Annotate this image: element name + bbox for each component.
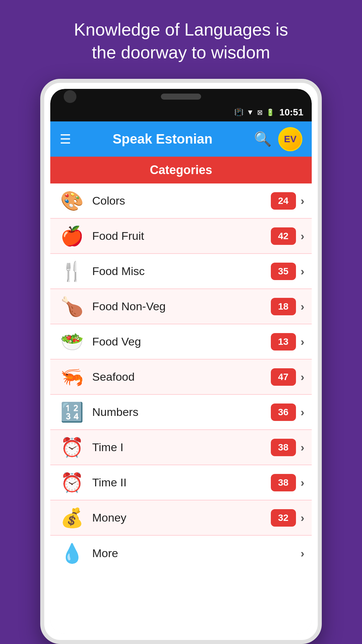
category-name: Money [86,511,271,524]
categories-header: Categories [50,157,312,183]
category-arrow-icon: › [301,406,304,419]
category-name: Time I [86,441,271,454]
category-name: Food Veg [86,335,271,348]
wifi-icon: ▼ [247,108,254,117]
category-arrow-icon: › [301,300,304,313]
badge-label: EV [284,134,296,145]
category-item[interactable]: 💧 More › [50,536,312,571]
category-count: 13 [271,333,296,351]
category-emoji: 🦐 [58,366,86,388]
category-arrow-icon: › [301,335,304,348]
phone-notch [50,89,312,103]
category-emoji: ⏰ [58,472,86,494]
app-title: Speak Estonian [78,131,247,147]
category-name: Food Misc [86,265,271,278]
quote-text: Knowledge of Languages is [74,20,288,39]
ev-badge[interactable]: EV [278,127,302,151]
category-emoji: 🍴 [58,260,86,282]
quote-text-2: the doorway to wisdom [92,43,270,62]
category-arrow-icon: › [301,511,304,524]
category-count: 24 [271,192,296,210]
category-item[interactable]: 🔢 Numbers 36 › [50,395,312,430]
category-item[interactable]: 🦐 Seafood 47 › [50,360,312,395]
category-name: Seafood [86,370,271,383]
category-emoji: 🍗 [58,296,86,318]
category-arrow-icon: › [301,194,304,207]
speaker-grille [161,94,201,100]
category-item[interactable]: ⏰ Time II 38 › [50,465,312,500]
battery-icon: 🔋 [266,108,275,116]
app-toolbar: ☰ Speak Estonian 🔍 EV [50,121,312,157]
category-name: Food Non-Veg [86,300,271,313]
signal-icon: ⊠ [257,108,263,116]
category-emoji: ⏰ [58,436,86,459]
category-arrow-icon: › [301,547,304,560]
category-name: More [86,547,296,560]
category-count: 18 [271,298,296,315]
status-icons: 📳 ▼ ⊠ 🔋 [234,108,275,117]
category-item[interactable]: 🎨 Colors 24 › [50,183,312,219]
category-emoji: 💧 [58,542,86,565]
vibrate-icon: 📳 [234,108,243,117]
search-button[interactable]: 🔍 [254,131,272,147]
status-time: 10:51 [279,107,303,118]
category-item[interactable]: 🍗 Food Non-Veg 18 › [50,289,312,324]
category-arrow-icon: › [301,265,304,278]
category-name: Food Fruit [86,229,271,243]
category-name: Numbers [86,406,271,419]
category-count: 32 [271,509,296,527]
category-item[interactable]: ⏰ Time I 38 › [50,430,312,465]
phone-container: 📳 ▼ ⊠ 🔋 10:51 ☰ Speak Estonian 🔍 EV Cate… [40,79,322,644]
category-count: 38 [271,439,296,456]
category-emoji: 🍎 [58,225,86,247]
category-emoji: 💰 [58,507,86,529]
categories-title: Categories [150,163,212,177]
category-arrow-icon: › [301,229,304,243]
category-emoji: 🎨 [58,190,86,212]
category-name: Time II [86,476,271,489]
category-count: 42 [271,227,296,245]
category-arrow-icon: › [301,370,304,383]
phone-screen: 📳 ▼ ⊠ 🔋 10:51 ☰ Speak Estonian 🔍 EV Cate… [50,89,312,634]
category-count: 35 [271,263,296,280]
page-header: Knowledge of Languages is the doorway to… [47,0,315,79]
category-arrow-icon: › [301,476,304,489]
category-item[interactable]: 🥗 Food Veg 13 › [50,324,312,360]
status-bar: 📳 ▼ ⊠ 🔋 10:51 [50,103,312,121]
front-camera [64,90,76,103]
menu-button[interactable]: ☰ [60,133,71,146]
category-count: 47 [271,368,296,386]
category-item[interactable]: 🍴 Food Misc 35 › [50,254,312,289]
category-arrow-icon: › [301,441,304,454]
category-item[interactable]: 🍎 Food Fruit 42 › [50,219,312,254]
category-count: 38 [271,474,296,491]
category-name: Colors [86,194,271,207]
category-emoji: 🥗 [58,331,86,353]
category-count: 36 [271,404,296,421]
category-item[interactable]: 💰 Money 32 › [50,500,312,536]
categories-list: 🎨 Colors 24 › 🍎 Food Fruit 42 › 🍴 Food M… [50,183,312,634]
category-emoji: 🔢 [58,401,86,423]
